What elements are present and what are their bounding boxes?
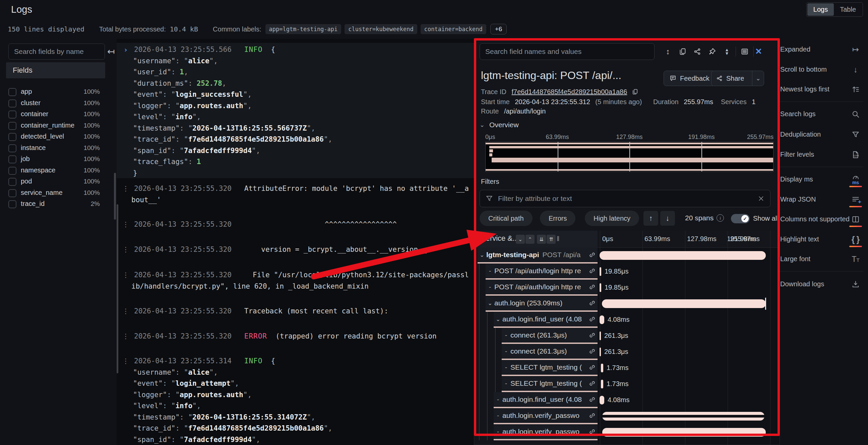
trace-search-input[interactable] [479, 43, 654, 60]
expand-right-icon[interactable]: ↦ [850, 44, 861, 55]
span-name-cell[interactable]: ⌄auth.login.find_user (4.08 [494, 312, 597, 328]
overview-toggle[interactable]: ⌄ Overview [479, 121, 519, 129]
span-row[interactable]: ⌄lgtm-testing-apiPOST /api/a [474, 247, 779, 264]
span-link-icon[interactable] [587, 347, 597, 355]
field-checkbox[interactable] [8, 144, 17, 152]
log-file-icon[interactable]: LOG [850, 150, 861, 160]
resize-panel-icon[interactable]: ↕ [660, 46, 675, 57]
gauge-ms-icon[interactable]: ms [850, 174, 861, 184]
funnel-icon[interactable] [850, 130, 861, 140]
field-checkbox[interactable] [8, 88, 17, 96]
span-duration-bar[interactable] [599, 251, 766, 260]
column-resize-handle[interactable]: ‖ [557, 235, 559, 243]
search-icon[interactable] [850, 109, 861, 119]
collapse-span-icon[interactable]: ⌄ [494, 316, 502, 323]
close-panel-icon[interactable]: ✕ [755, 46, 770, 57]
span-duration-bar[interactable] [599, 267, 601, 276]
pin-icon[interactable] [705, 46, 719, 57]
field-checkbox[interactable] [8, 189, 17, 197]
span-duration-bar[interactable] [599, 348, 601, 356]
trace-id-link[interactable]: f7e6d14487685f4e5d289215b00a1a86 [512, 88, 627, 95]
span-link-icon[interactable] [587, 283, 597, 291]
prev-span-button[interactable]: ↑ [644, 211, 658, 226]
span-link-icon[interactable] [587, 315, 597, 323]
log-entry[interactable]: ⋮2026-04-13 23:25:55.320 Traceback (most… [121, 306, 469, 317]
log-row-menu-icon[interactable]: ⋮ [121, 270, 130, 281]
expand-all-icon[interactable]: ⇈ [547, 235, 556, 244]
toggle-logs-button[interactable]: Logs [807, 3, 834, 16]
field-checkbox[interactable] [8, 122, 17, 130]
option-download-logs[interactable]: Download logs [780, 279, 868, 290]
log-entry[interactable]: ⋮2026-04-13 23:25:55.320 AttributeError:… [121, 183, 469, 206]
option-newest-logs-first[interactable]: Newest logs first [780, 84, 868, 96]
expand-one-icon[interactable]: ⌃ [526, 235, 534, 244]
field-checkbox[interactable] [8, 167, 17, 175]
log-row-menu-icon[interactable]: ⋮ [121, 244, 130, 255]
feedback-button[interactable]: Feedback [663, 71, 715, 86]
log-row-menu-icon[interactable]: ⋮ [121, 355, 130, 367]
span-name-cell[interactable]: -SELECT lgtm_testing ( [502, 360, 597, 376]
span-duration-bar[interactable] [599, 396, 604, 405]
errors-pill[interactable]: Errors [540, 211, 576, 226]
log-scroll-indicator[interactable] [117, 204, 118, 373]
field-checkbox[interactable] [8, 133, 17, 141]
field-search-input[interactable] [8, 43, 105, 60]
span-link-icon[interactable] [587, 396, 597, 404]
span-duration-bar[interactable] [602, 428, 766, 437]
share-dropdown-caret[interactable]: ⌄ [752, 71, 764, 86]
columns-icon[interactable] [850, 214, 861, 224]
collapse-span-icon[interactable]: ⌄ [477, 251, 486, 259]
braces-icon[interactable]: { } [850, 234, 861, 244]
font-size-icon[interactable]: TT [850, 254, 861, 264]
toggle-table-button[interactable]: Table [834, 3, 862, 16]
option-wrap-json[interactable]: Wrap JSON+ [780, 195, 868, 206]
trace-minimap[interactable] [485, 142, 774, 172]
span-link-icon[interactable] [587, 251, 597, 259]
span-row[interactable]: -POST /api/auth/login http re19.85μs [474, 280, 779, 296]
span-row[interactable]: -SELECT lgtm_testing (1.73ms [474, 360, 779, 376]
share-button[interactable]: Share ⌄ [711, 71, 764, 86]
collapse-all-icon[interactable]: ⇊ [537, 235, 546, 244]
option-large-font[interactable]: Large fontTT [780, 254, 868, 266]
log-entry[interactable]: ⋮2026-04-13 23:25:55.320 File "/usr/loca… [121, 270, 469, 292]
log-entry[interactable]: ⋮2026-04-13 23:25:55.320 version = _bcry… [121, 244, 469, 255]
span-link-icon[interactable] [587, 363, 597, 371]
span-duration-bar[interactable] [601, 380, 603, 388]
option-highlight-text[interactable]: Highlight text{ } [780, 234, 868, 246]
field-checkbox[interactable] [8, 178, 17, 186]
field-checkbox[interactable] [8, 200, 17, 208]
download-icon[interactable] [850, 279, 861, 289]
scroll-down-icon[interactable]: ↓ [850, 65, 861, 75]
info-icon[interactable]: i [716, 214, 724, 222]
span-link-icon[interactable] [587, 427, 597, 436]
span-row[interactable]: -auth.login.verify_passwo [474, 408, 779, 424]
option-columns-not-supported[interactable]: Columns not supported [780, 214, 868, 226]
log-entry[interactable]: ⋮2026-04-13 23:25:55.320 ^^^^^^^^^^^^^^^… [121, 219, 469, 230]
span-link-icon[interactable] [587, 267, 597, 275]
span-name-cell[interactable]: -connect (261.3μs) [502, 328, 597, 344]
span-name-cell[interactable]: -auth.login.verify_passwo [494, 408, 597, 424]
field-checkbox[interactable] [8, 99, 17, 107]
span-link-icon[interactable] [587, 331, 597, 339]
expand-entry-icon[interactable]: › [121, 44, 130, 56]
span-name-cell[interactable]: -POST /api/auth/login http re [486, 280, 597, 296]
log-row-menu-icon[interactable]: ⋮ [121, 331, 130, 342]
span-link-icon[interactable] [587, 299, 597, 307]
log-row-menu-icon[interactable]: ⋮ [121, 306, 130, 317]
span-name-cell[interactable]: ⌄auth.login (253.09ms) [486, 296, 597, 312]
share-icon[interactable] [690, 46, 705, 57]
log-row-menu-icon[interactable]: ⋮ [121, 183, 130, 195]
span-duration-bar[interactable] [599, 315, 604, 324]
span-duration-bar[interactable] [599, 283, 601, 292]
log-entry[interactable]: ⋮2026-04-13 23:25:55.320 ERROR (trapped)… [121, 331, 469, 342]
details-view-icon[interactable] [737, 46, 752, 57]
span-row[interactable]: -connect (261.3μs)261.3μs [474, 328, 779, 344]
option-expanded[interactable]: Expanded↦ [780, 44, 868, 56]
span-duration-bar[interactable] [602, 412, 765, 420]
span-name-cell[interactable]: -SELECT lgtm_testing ( [502, 376, 597, 392]
span-row[interactable]: -auth.login.verify_passwo [474, 424, 779, 440]
span-row[interactable]: -POST /api/auth/login http re19.85μs [474, 264, 779, 280]
option-display-ms[interactable]: Display msms [780, 174, 868, 186]
critical-path-pill[interactable]: Critical path [479, 211, 532, 226]
span-link-icon[interactable] [587, 412, 597, 419]
